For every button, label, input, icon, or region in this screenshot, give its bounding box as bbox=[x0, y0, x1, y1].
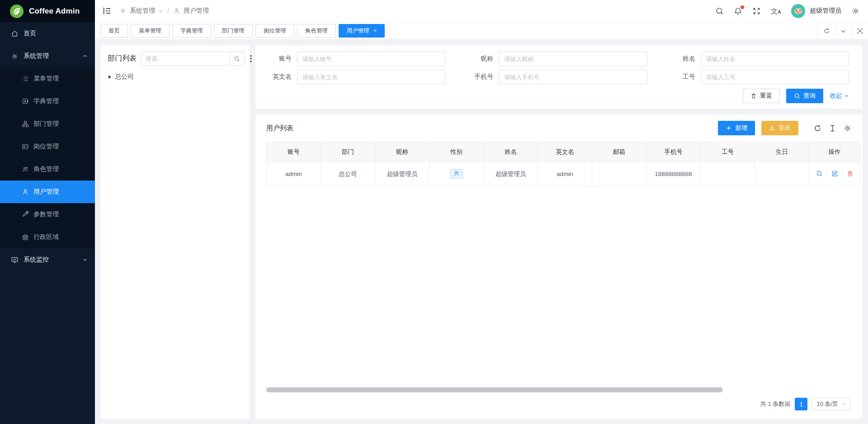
col-dept: 部门 bbox=[321, 142, 375, 162]
english-name-input[interactable] bbox=[297, 70, 445, 84]
dept-search-input[interactable] bbox=[141, 52, 229, 66]
tab-role-mgmt[interactable]: 角色管理 bbox=[297, 24, 336, 38]
sidebar-item-dict-mgmt[interactable]: 字典管理 bbox=[0, 90, 95, 113]
page-size-select[interactable]: 10 条/页 bbox=[812, 398, 851, 410]
pagination: 共 1 条数据 1 10 条/页 bbox=[266, 392, 852, 414]
sidebar-item-label: 系统管理 bbox=[24, 52, 49, 60]
topbar-actions: 文A 超级管理员 bbox=[715, 4, 860, 18]
name-input[interactable] bbox=[701, 52, 849, 66]
tab-post-mgmt[interactable]: 岗位管理 bbox=[255, 24, 294, 38]
sidebar-item-label: 部门管理 bbox=[33, 120, 59, 128]
cell-actions bbox=[809, 162, 860, 186]
sidebar-item-role-mgmt[interactable]: 角色管理 bbox=[0, 158, 95, 181]
dept-search-group bbox=[141, 52, 245, 66]
cell-name: 超级管理员 bbox=[484, 162, 538, 186]
view-magnifier-icon[interactable] bbox=[816, 170, 823, 177]
sidebar-item-param-mgmt[interactable]: 参数管理 bbox=[0, 203, 95, 226]
user-table: 账号 部门 昵称 性别 姓名 英文名 邮箱 手机号 工号 生日 bbox=[266, 142, 860, 186]
settings-gear-icon[interactable] bbox=[851, 7, 860, 15]
tab-fullscreen-icon[interactable] bbox=[851, 22, 868, 39]
notifications-bell-icon[interactable] bbox=[734, 7, 742, 15]
sidebar-item-home[interactable]: 首页 bbox=[0, 22, 95, 45]
scrollbar-thumb[interactable] bbox=[266, 387, 723, 392]
content: 部门列表 总公司 bbox=[95, 40, 868, 424]
col-name: 姓名 bbox=[484, 142, 538, 162]
filter-actions: 重置 查询 收起 bbox=[269, 89, 849, 103]
add-label: 新增 bbox=[735, 124, 747, 132]
col-phone: 手机号 bbox=[646, 142, 701, 162]
breadcrumb-section[interactable]: 系统管理 bbox=[130, 7, 155, 15]
dept-search-button[interactable] bbox=[229, 52, 245, 66]
dept-panel-title: 部门列表 bbox=[108, 54, 137, 63]
collapse-link[interactable]: 收起 bbox=[830, 92, 849, 100]
tree-node-root[interactable]: 总公司 bbox=[108, 73, 242, 81]
user-icon bbox=[173, 7, 180, 14]
reset-button[interactable]: 重置 bbox=[743, 89, 780, 103]
more-vertical-icon[interactable] bbox=[249, 55, 253, 62]
sidebar-item-system[interactable]: 系统管理 bbox=[0, 45, 95, 67]
pagination-total: 共 1 条数据 bbox=[760, 400, 790, 408]
caret-right-icon[interactable] bbox=[108, 75, 111, 79]
toolbar-divider bbox=[806, 124, 806, 132]
tab-tools bbox=[818, 22, 868, 39]
tab-list-dropdown-icon[interactable] bbox=[835, 22, 851, 39]
page-number-button[interactable]: 1 bbox=[795, 398, 807, 410]
user-chip[interactable]: 超级管理员 bbox=[791, 4, 841, 18]
dept-tree: 总公司 bbox=[108, 73, 242, 81]
column-settings-gear-icon[interactable] bbox=[843, 124, 852, 133]
tab-user-mgmt[interactable]: 用户管理 × bbox=[339, 24, 385, 38]
page-size-value: 10 条/页 bbox=[816, 400, 838, 408]
row-height-icon[interactable] bbox=[828, 124, 837, 133]
sidebar-fold-icon[interactable] bbox=[102, 6, 112, 16]
table-refresh-icon[interactable] bbox=[813, 124, 822, 133]
export-button[interactable]: 导出 bbox=[761, 121, 798, 135]
sidebar-item-monitor[interactable]: 系统监控 bbox=[0, 248, 95, 271]
cell-english-name: admin bbox=[538, 162, 592, 186]
cell-account: admin bbox=[267, 162, 321, 186]
sidebar-item-dept-mgmt[interactable]: 部门管理 bbox=[0, 113, 95, 135]
sidebar-item-user-mgmt[interactable]: 用户管理 bbox=[0, 181, 95, 203]
query-button[interactable]: 查询 bbox=[786, 89, 823, 103]
sidebar-item-admin-region[interactable]: 行政区域 bbox=[0, 226, 95, 248]
tab-home[interactable]: 首页 bbox=[100, 24, 128, 38]
account-input[interactable] bbox=[297, 52, 445, 66]
search-icon[interactable] bbox=[715, 7, 724, 15]
translate-icon[interactable]: 文A bbox=[771, 8, 781, 14]
col-actions: 操作 bbox=[809, 142, 860, 162]
phone-input[interactable] bbox=[499, 70, 647, 84]
sidebar: Coffee Admin 首页 系统管理 菜单管理 字典管理 bbox=[0, 0, 95, 424]
org-chart-icon bbox=[22, 120, 29, 128]
monitor-icon bbox=[11, 256, 19, 264]
chevron-down-icon bbox=[158, 9, 163, 14]
action-divider bbox=[842, 171, 843, 176]
delete-trash-icon[interactable] bbox=[847, 170, 854, 177]
add-button[interactable]: 新增 bbox=[718, 121, 755, 135]
gear-icon bbox=[11, 52, 19, 60]
nickname-input[interactable] bbox=[499, 52, 647, 66]
cell-phone: 18888888888 bbox=[646, 162, 701, 186]
breadcrumb: 系统管理 / 用户管理 bbox=[119, 7, 209, 15]
work-no-input[interactable] bbox=[701, 70, 849, 84]
tab-menu-mgmt[interactable]: 菜单管理 bbox=[131, 24, 170, 38]
table-wrap: 账号 部门 昵称 性别 姓名 英文名 邮箱 手机号 工号 生日 bbox=[266, 142, 852, 392]
cell-email bbox=[592, 162, 646, 186]
list-icon bbox=[22, 75, 29, 82]
export-label: 导出 bbox=[778, 124, 791, 132]
filter-item-work-no: 工号 bbox=[673, 70, 849, 84]
sidebar-item-menu-mgmt[interactable]: 菜单管理 bbox=[0, 67, 95, 90]
tab-dept-mgmt[interactable]: 部门管理 bbox=[214, 24, 253, 38]
cell-work-no bbox=[701, 162, 755, 186]
edit-icon[interactable] bbox=[831, 170, 838, 177]
tab-close-icon[interactable]: × bbox=[373, 28, 377, 34]
gender-tag: 男 bbox=[450, 169, 463, 179]
user-list-card: 用户列表 新增 导出 bbox=[255, 114, 863, 419]
dept-panel-header: 部门列表 bbox=[108, 52, 242, 66]
field-label: 手机号 bbox=[471, 73, 499, 81]
sidebar-item-label: 系统监控 bbox=[24, 256, 49, 264]
tab-refresh-icon[interactable] bbox=[818, 22, 835, 39]
horizontal-scrollbar[interactable] bbox=[266, 387, 852, 392]
sidebar-item-post-mgmt[interactable]: 岗位管理 bbox=[0, 135, 95, 158]
users-icon bbox=[22, 166, 29, 173]
tab-dict-mgmt[interactable]: 字典管理 bbox=[172, 24, 211, 38]
fullscreen-icon[interactable] bbox=[752, 7, 761, 15]
